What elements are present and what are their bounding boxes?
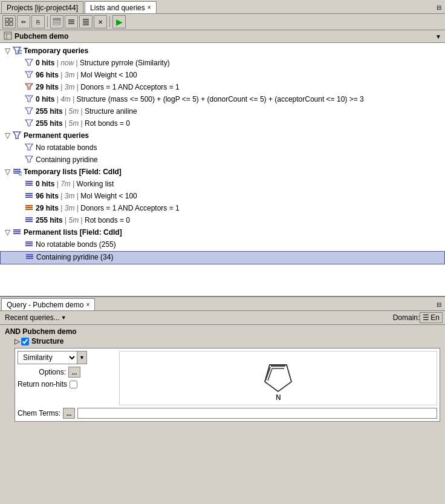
svg-rect-51 (25, 243, 33, 244)
pipe2-5: | (79, 119, 85, 128)
svg-rect-43 (25, 209, 33, 210)
filter-struct-icon-0 (24, 58, 34, 69)
toolbar: ✏ ⎘ ✕ ▶ (0, 14, 445, 30)
temp-list-icon-2 (24, 203, 34, 214)
bottom-minimize-btn[interactable]: ⊟ (434, 300, 444, 309)
filter-multi-icon-2 (24, 82, 34, 93)
structure-checkbox[interactable] (21, 338, 29, 345)
svg-point-18 (19, 50, 22, 54)
svg-rect-2 (5, 22, 8, 25)
similarity-select-wrapper[interactable]: Similarity Substructure Exact ▼ (18, 351, 87, 364)
copy-btn[interactable]: ⎘ (31, 15, 45, 28)
filter-mol-icon-3 (24, 94, 34, 105)
query-panel: Recent queries... ▼ Domain: ☰ En AND Pub… (0, 311, 445, 425)
collapse-structure-btn[interactable]: ▷ (15, 337, 20, 345)
temp-list-hits-2: 29 hits (36, 203, 59, 213)
chem-terms-label: Chem Terms: (18, 409, 60, 417)
temp-list-icon-0 (24, 179, 34, 190)
temp-queries-expand[interactable]: ▽ (5, 46, 12, 56)
collapse-btn[interactable] (65, 15, 78, 28)
svg-rect-31 (13, 169, 21, 170)
temp-list-hits-3: 255 hits (36, 215, 63, 225)
svg-rect-1 (10, 18, 13, 21)
grid-view-btn[interactable] (2, 15, 16, 28)
options-dots-btn[interactable]: ... (68, 367, 80, 378)
chem-terms-input[interactable] (77, 408, 437, 419)
minimize-btn[interactable]: ⊟ (434, 3, 444, 12)
similarity-select[interactable]: Similarity Substructure Exact (18, 352, 77, 363)
close-btn[interactable]: ✕ (94, 15, 107, 28)
similarity-arrow[interactable]: ▼ (77, 352, 86, 364)
svg-rect-5 (53, 21, 60, 22)
svg-rect-41 (25, 205, 33, 206)
temp-list-desc-2: Donors = 1 AND Acceptors = 1 (80, 203, 179, 213)
tab-projects-label: Projects [ijc-project44] (7, 4, 78, 12)
temp-list-desc-0: Working list (77, 179, 114, 189)
perm-query-label-0: No rotatable bonds (36, 143, 97, 152)
temp-lists-expand[interactable]: ▽ (5, 167, 12, 177)
svg-rect-52 (25, 245, 33, 246)
perm-list-label-0: No rotatable bonds (255) (36, 240, 116, 249)
svg-rect-40 (25, 197, 33, 198)
chem-terms-dots-btn[interactable]: ... (63, 408, 75, 419)
perm-lists-expand[interactable]: ▽ (5, 227, 12, 237)
svg-rect-45 (25, 219, 33, 220)
tree-item-1[interactable]: 96 hits | 3m | Mol Weight < 100 (0, 70, 445, 82)
svg-rect-55 (26, 258, 33, 259)
perm-list-0[interactable]: No rotatable bonds (255) (0, 239, 445, 251)
time-label-4: 5m (69, 106, 79, 116)
panel-header: Pubchem demo ▼ (0, 30, 445, 43)
bottom-tab-bar: Query - Pubchem demo × ⊟ (0, 297, 445, 311)
perm-list-1[interactable]: Containing pyridine (34) (0, 251, 445, 264)
tab-lists-queries-close[interactable]: × (148, 4, 151, 11)
and-label: AND Pubchem demo (5, 327, 440, 336)
svg-point-34 (19, 172, 22, 175)
tab-lists-queries[interactable]: Lists and queries × (85, 1, 157, 13)
tree-item-3[interactable]: 0 hits | 4m | Structure (mass <= 500) + … (0, 94, 445, 106)
tab-query-pubchem[interactable]: Query - Pubchem demo × (1, 298, 95, 310)
perm-filter-icon-0 (24, 143, 34, 154)
tree-item-5[interactable]: 255 hits | 5m | Rot bonds = 0 (0, 118, 445, 130)
tree-item-2[interactable]: 29 hits | 3m | Donors = 1 AND Acceptors … (0, 82, 445, 94)
time-label-2: 3m (65, 82, 75, 92)
temp-list-2[interactable]: 29 hits | 3m | Donors = 1 AND Acceptors … (0, 203, 445, 215)
tree-item-0[interactable]: 0 hits | now | Structure pyrrole (Simila… (0, 57, 445, 70)
perm-lists-header[interactable]: ▽ Permanent lists [Field: CdId] (0, 227, 445, 239)
perm-queries-header[interactable]: ▽ Permanent queries (0, 130, 445, 142)
svg-rect-35 (25, 181, 33, 182)
table-btn[interactable] (50, 15, 63, 28)
temp-list-3[interactable]: 255 hits | 5m | Rot bonds = 0 (0, 215, 445, 227)
return-nonhits-checkbox[interactable] (70, 381, 77, 388)
svg-rect-42 (25, 207, 33, 208)
svg-rect-39 (25, 195, 33, 196)
tab-query-close[interactable]: × (86, 301, 89, 308)
perm-query-0[interactable]: No rotatable bonds (0, 142, 445, 154)
edit-btn[interactable]: ✏ (17, 15, 30, 28)
perm-queries-expand[interactable]: ▽ (5, 131, 12, 140)
time-label-3: 4m (60, 94, 71, 104)
perm-query-1[interactable]: Containing pyridine (0, 154, 445, 166)
recent-bar: Recent queries... ▼ Domain: ☰ En (0, 311, 445, 325)
tab-projects[interactable]: Projects [ijc-project44] (1, 1, 83, 13)
tree-item-4[interactable]: 255 hits | 5m | Structure aniline (0, 106, 445, 118)
domain-btn[interactable]: ☰ En (420, 312, 443, 323)
recent-queries-btn[interactable]: Recent queries... ▼ (2, 313, 393, 322)
recent-queries-label: Recent queries... (5, 313, 60, 322)
temp-list-1[interactable]: 96 hits | 3m | Mol Weight < 100 (0, 191, 445, 203)
panel-dropdown-arrow[interactable]: ▼ (435, 33, 441, 40)
run-btn[interactable]: ▶ (112, 15, 126, 28)
hits-label-4: 255 hits (36, 106, 63, 116)
temp-queries-header[interactable]: ▽ Temporary queries (0, 45, 445, 57)
perm-query-label-1: Containing pyridine (36, 155, 98, 165)
svg-rect-14 (4, 32, 11, 39)
expand-btn[interactable] (79, 15, 93, 28)
temp-list-0[interactable]: 0 hits | 7m | Working list (0, 178, 445, 191)
temp-lists-header[interactable]: ▽ Temporary lists [Field: CdId] (0, 166, 445, 178)
desc-5: Rot bonds = 0 (85, 119, 130, 128)
perm-queries-label: Permanent queries (24, 131, 89, 140)
pipe-0: | (54, 58, 60, 68)
svg-rect-38 (25, 193, 33, 194)
filter-mol-icon-1 (24, 70, 34, 81)
domain-value: En (430, 313, 440, 322)
similarity-row: Similarity Substructure Exact ▼ (18, 351, 114, 364)
